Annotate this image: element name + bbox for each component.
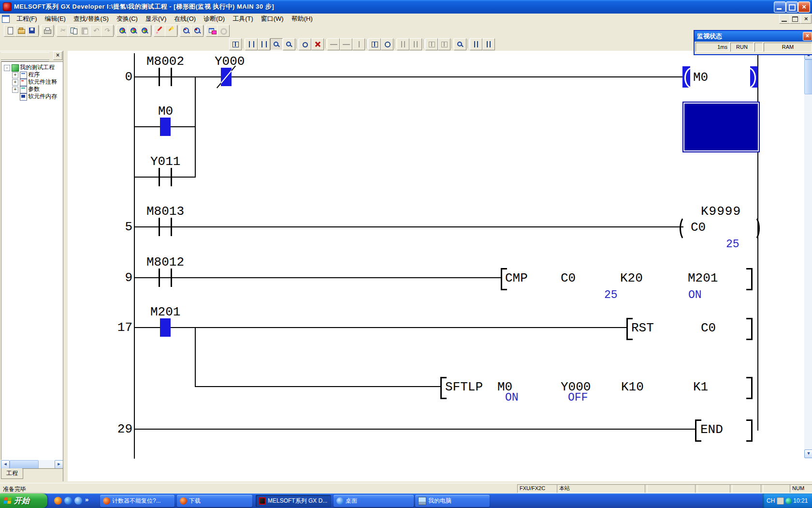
menu-diagnostics[interactable]: 诊断(D) — [200, 14, 229, 24]
monitor-clock-button[interactable] — [381, 38, 393, 50]
expand-icon[interactable]: + — [12, 87, 18, 93]
task-button-my-computer[interactable]: 我的电脑 — [415, 495, 490, 507]
tray-app-icon[interactable] — [785, 498, 792, 504]
expand-icon[interactable]: + — [12, 79, 18, 86]
monitor-close-icon[interactable]: × — [803, 32, 812, 41]
menu-convert[interactable]: 变换(C) — [113, 14, 142, 24]
close-contact-button[interactable] — [258, 38, 270, 50]
contact-y011[interactable] — [159, 168, 172, 186]
instruction-end[interactable]: END — [700, 423, 723, 436]
open-contact-button[interactable] — [245, 38, 258, 50]
task-button-desktop[interactable]: 桌面 — [334, 495, 414, 507]
monitor-mode-button[interactable] — [270, 38, 283, 50]
minimize-button[interactable] — [774, 1, 786, 13]
contact-m0-energized[interactable] — [160, 118, 171, 136]
stop-monitor-button[interactable] — [311, 38, 324, 50]
tree-node-device-comment[interactable]: + 软元件注释 — [1, 78, 63, 86]
ladder-edit-2-button[interactable] — [165, 25, 177, 37]
collapse-icon[interactable]: - — [4, 65, 10, 71]
operand-c0[interactable]: C0 — [561, 271, 576, 285]
line-insert-button[interactable] — [470, 38, 482, 50]
operand-k20[interactable]: K20 — [620, 271, 643, 285]
skip-button[interactable] — [409, 38, 422, 50]
coil-m0-right-energized[interactable] — [750, 66, 758, 88]
partial-run-button[interactable] — [425, 38, 438, 50]
print-button[interactable] — [41, 25, 54, 37]
expand-icon[interactable]: + — [12, 72, 18, 78]
menu-edit[interactable]: 编辑(E) — [41, 14, 70, 24]
menu-help[interactable]: 帮助(H) — [288, 14, 317, 24]
quicklaunch-messenger-icon[interactable] — [64, 497, 72, 505]
scroll-down-icon[interactable]: ▼ — [804, 449, 812, 458]
fall-edit-button[interactable] — [340, 38, 352, 50]
operand-c0-rst[interactable]: C0 — [701, 321, 716, 335]
ladder-vertical-scrollbar[interactable]: ▲ ▼ — [804, 51, 812, 457]
contact-m8002[interactable] — [159, 68, 172, 86]
task-button-melsoft-active[interactable]: MELSOFT系列 GX D... — [256, 495, 331, 507]
instruction-sftlp[interactable]: SFTLP — [445, 380, 483, 394]
comment-edit-button[interactable] — [229, 38, 242, 50]
zoom-in-button[interactable] — [191, 25, 203, 37]
quicklaunch-ie-icon[interactable] — [74, 497, 82, 505]
device-batch-button[interactable] — [368, 38, 381, 50]
tab-project[interactable]: 工程 — [1, 468, 23, 479]
menu-view[interactable]: 显示(V) — [142, 14, 170, 24]
scrollbar-thumb[interactable] — [804, 60, 812, 94]
rise-edit-button[interactable] — [327, 38, 340, 50]
edit-cursor-cell[interactable] — [682, 102, 760, 152]
contact-y000-closed-energized[interactable] — [211, 67, 242, 87]
instruction-rst[interactable]: RST — [631, 321, 654, 335]
menu-find-replace[interactable]: 查找/替换(S) — [70, 14, 113, 24]
operand-k1[interactable]: K1 — [693, 380, 708, 394]
task-button-forum[interactable]: 计数器不能复位?... — [100, 495, 174, 507]
line-delete-button[interactable] — [482, 38, 495, 50]
tree-node-program[interactable]: + 程序 — [1, 71, 63, 78]
status-segment-blank — [695, 484, 733, 493]
menu-online[interactable]: 在线(O) — [170, 14, 200, 24]
device-test-button[interactable] — [283, 38, 295, 50]
branch-edit-button[interactable] — [352, 38, 365, 50]
start-button[interactable]: 开始 — [0, 493, 47, 508]
contact-m8012[interactable] — [159, 269, 172, 287]
scroll-right-icon[interactable]: ► — [55, 460, 63, 469]
coil-button[interactable] — [299, 38, 311, 50]
menu-project[interactable]: 工程(F) — [13, 14, 41, 24]
mdi-close-button[interactable]: × — [800, 15, 812, 24]
monitor-status-title: 监视状态 — [697, 32, 722, 41]
close-button[interactable]: × — [798, 1, 810, 13]
step-run-button[interactable] — [397, 38, 409, 50]
monitor-status-titlebar[interactable]: 监视状态 — [695, 31, 812, 42]
menu-window[interactable]: 窗口(W) — [257, 14, 288, 24]
tree-node-root[interactable]: - 我的测试工程 — [1, 64, 63, 71]
operand-m201[interactable]: M201 — [688, 271, 718, 285]
task-button-download[interactable]: 下载 — [177, 495, 252, 507]
device-find-button[interactable] — [139, 25, 151, 37]
maximize-button[interactable] — [786, 1, 798, 13]
mdi-restore-button[interactable] — [790, 15, 801, 24]
ime-keyboard-icon[interactable] — [777, 497, 784, 505]
sidebar-horizontal-scrollbar[interactable]: ◄ ► — [1, 460, 62, 468]
redo-button[interactable] — [101, 25, 114, 37]
tree-node-parameter[interactable]: + 参数 — [1, 86, 63, 93]
circuit-trace-button[interactable] — [217, 25, 230, 37]
coil-label-c0[interactable]: C0 — [691, 221, 706, 234]
coil-m0-left-energized[interactable] — [682, 66, 690, 88]
device-search-button[interactable] — [454, 38, 466, 50]
scrollbar-thumb[interactable] — [10, 460, 39, 469]
program-jump-button[interactable] — [438, 38, 450, 50]
quicklaunch-overflow-icon[interactable]: » — [85, 496, 88, 503]
scroll-left-icon[interactable]: ◄ — [1, 460, 10, 469]
contact-m201-energized[interactable] — [160, 318, 171, 337]
status-segment-blank — [730, 484, 764, 493]
instruction-cmp[interactable]: CMP — [505, 271, 528, 285]
tree-node-device-memory[interactable]: 软元件内存 — [1, 93, 63, 100]
quicklaunch-firefox-icon[interactable] — [54, 497, 62, 505]
sidebar-grip-handle[interactable] — [1, 52, 49, 60]
menu-tools[interactable]: 工具(T) — [229, 14, 257, 24]
sidebar-close-icon[interactable]: × — [53, 51, 62, 60]
save-project-button[interactable] — [26, 25, 39, 37]
contact-m8013[interactable] — [159, 218, 172, 236]
language-indicator[interactable]: CH — [767, 497, 775, 504]
operand-k10[interactable]: K10 — [621, 380, 644, 394]
mdi-minimize-button[interactable] — [779, 15, 790, 24]
